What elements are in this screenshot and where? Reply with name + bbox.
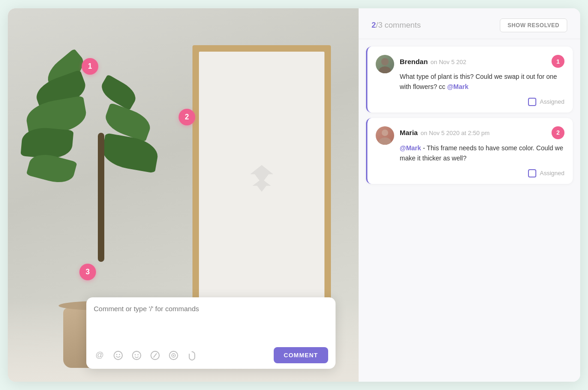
comment-date-2: on Nov 5 2020 at 2:50 pm	[420, 130, 490, 136]
annotation-pin-1[interactable]: 1	[82, 58, 98, 75]
svg-point-4	[135, 354, 136, 355]
avatar-maria	[376, 126, 394, 145]
assigned-button-2[interactable]: Assigned	[528, 169, 564, 177]
attachment-icon[interactable]	[186, 349, 198, 361]
svg-point-0	[114, 351, 122, 360]
plant-stem	[98, 133, 104, 262]
assigned-label-2: Assigned	[540, 170, 564, 177]
mention-mark-1: @Mark	[447, 83, 468, 90]
comments-total: /3 comments	[376, 21, 420, 30]
comment-author-line-2: Maria on Nov 5 2020 at 2:50 pm	[400, 129, 490, 136]
assigned-label-1: Assigned	[540, 98, 564, 105]
svg-point-2	[119, 354, 120, 355]
svg-point-5	[138, 354, 138, 355]
svg-point-12	[379, 66, 391, 73]
leaf	[100, 133, 160, 173]
sticker-icon[interactable]	[112, 349, 124, 361]
assigned-button-1[interactable]: Assigned	[528, 98, 564, 106]
comment-icons: @	[94, 349, 198, 361]
mention-mark-2: @Mark	[400, 144, 421, 152]
annotation-pin-3[interactable]: 3	[79, 264, 96, 280]
at-icon[interactable]: @	[94, 349, 106, 361]
slash-icon[interactable]	[149, 349, 161, 361]
svg-point-11	[381, 58, 389, 65]
emoji-icon[interactable]	[131, 349, 143, 361]
svg-point-13	[382, 130, 388, 136]
comments-list: Brendan on Nov 5 202 1 What type of plan…	[359, 39, 580, 382]
left-panel: 1 2 3 @	[8, 8, 359, 382]
comment-author-brendan: Brendan	[400, 58, 428, 65]
frame-inner	[199, 52, 324, 306]
scene-image: 1 2 3 @	[8, 8, 359, 382]
comment-toolbar: @	[94, 347, 328, 363]
comment-content-1: Brendan on Nov 5 202 1 What type of plan…	[400, 55, 564, 106]
comment-author-maria: Maria	[400, 129, 418, 136]
comment-badge-1: 1	[552, 55, 564, 68]
comment-card-1: Brendan on Nov 5 202 1 What type of plan…	[366, 47, 573, 112]
comments-header: 2/3 comments SHOW RESOLVED	[359, 8, 580, 39]
annotation-pin-2[interactable]: 2	[179, 109, 195, 125]
target-icon[interactable]	[168, 349, 180, 361]
avatar-brendan	[376, 55, 394, 73]
assigned-checkbox-1[interactable]	[528, 98, 536, 106]
comment-input-box: @	[86, 297, 336, 369]
comment-submit-button[interactable]: COMMENT	[274, 347, 328, 363]
app-container: 1 2 3 @	[8, 8, 580, 382]
frame-logo-icon	[243, 160, 280, 197]
comment-textarea[interactable]	[94, 305, 328, 342]
svg-point-14	[379, 137, 391, 145]
frame-outer	[192, 45, 331, 313]
comment-header-2: Maria on Nov 5 2020 at 2:50 pm 2	[400, 126, 564, 139]
right-panel: 2/3 comments SHOW RESOLVED Brendan on No…	[359, 8, 580, 382]
comments-count: 2/3 comments	[372, 21, 421, 30]
comment-text-2: @Mark - This frame needs to have some co…	[400, 143, 564, 164]
comment-header-1: Brendan on Nov 5 202 1	[400, 55, 564, 68]
assigned-checkbox-2[interactable]	[528, 169, 536, 177]
show-resolved-button[interactable]: SHOW RESOLVED	[500, 18, 567, 32]
comment-text-1: What type of plant is this? Could we swa…	[400, 71, 564, 92]
comment-badge-2: 2	[552, 126, 564, 139]
comment-card-2: Maria on Nov 5 2020 at 2:50 pm 2 @Mark -…	[366, 118, 573, 184]
svg-point-3	[132, 351, 141, 360]
comment-date-1: on Nov 5 202	[431, 59, 466, 65]
comment-footer-2: Assigned	[400, 169, 564, 177]
svg-point-10	[173, 355, 174, 356]
svg-point-1	[116, 354, 117, 355]
comment-content-2: Maria on Nov 5 2020 at 2:50 pm 2 @Mark -…	[400, 126, 564, 177]
comment-footer-1: Assigned	[400, 98, 564, 106]
comment-author-line-1: Brendan on Nov 5 202	[400, 58, 466, 65]
svg-line-7	[154, 353, 157, 357]
